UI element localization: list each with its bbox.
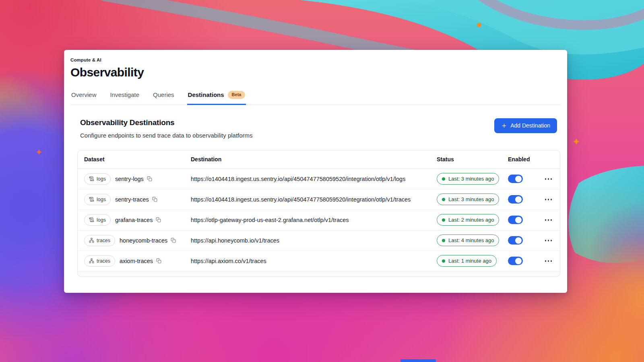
dataset-cell: logs grafana-traces [78,214,184,226]
table-row: logs grafana-traces https://otlp-gateway… [78,210,560,230]
column-header-status: Status [430,156,502,162]
tabs: Overview Investigate Queries Destination… [70,91,561,105]
destination-url: https://o1404418.ingest.us.sentry.io/api… [191,196,411,203]
copy-icon[interactable] [156,217,161,222]
toggle-knob-icon [515,196,522,203]
network-icon [89,238,94,243]
status-badge: Last: 3 minutes ago [437,193,499,205]
toggle-knob-icon [515,237,522,244]
destinations-table: Dataset Destination Status Enabled logs … [77,150,560,277]
status-text: Last: 4 minutes ago [448,237,494,243]
enabled-toggle[interactable] [508,195,523,204]
enabled-toggle[interactable] [508,216,523,224]
dataset-type-pill: traces [84,235,115,246]
status-text: Last: 3 minutes ago [448,176,494,182]
page-title: Observability [70,66,561,79]
tab-label: Destinations [188,91,224,98]
destination-url: https://o1404418.ingest.us.sentry.io/api… [191,176,405,182]
status-cell: Last: 3 minutes ago [430,173,502,185]
window-header: Compute & AI Observability Overview Inve… [64,50,567,105]
status-cell: Last: 2 minutes ago [430,214,502,226]
copy-icon[interactable] [152,197,157,202]
status-dot-icon [442,259,445,263]
tab-queries[interactable]: Queries [152,91,175,105]
beta-badge: Beta [228,91,246,99]
destination-cell: https://otlp-gateway-prod-us-east-2.graf… [184,217,430,223]
enabled-toggle[interactable] [508,175,523,183]
enabled-toggle[interactable] [508,236,523,245]
enabled-toggle[interactable] [508,257,523,265]
table-row: traces honeycomb-traces https://api.hone… [78,230,560,251]
row-menu-icon[interactable] [543,176,554,182]
dataset-type-pill: logs [84,194,111,205]
dataset-type-pill: logs [84,173,111,185]
status-dot-icon [442,198,445,201]
copy-icon[interactable] [156,258,161,263]
status-dot-icon [442,218,445,222]
dataset-name: sentry-logs [115,176,144,182]
scroll-text-icon [89,176,94,181]
dataset-name: honeycomb-traces [120,237,167,244]
enabled-cell [502,257,537,265]
enabled-cell [502,195,537,204]
column-header-dataset: Dataset [78,156,184,162]
section-header: Observability Destinations Configure end… [64,105,567,139]
row-menu-icon[interactable] [543,258,554,264]
toggle-knob-icon [515,217,522,223]
column-header-destination: Destination [184,156,430,162]
destination-cell: https://api.honeycomb.io/v1/traces [184,237,430,244]
row-menu-icon[interactable] [543,237,554,244]
status-badge: Last: 2 minutes ago [437,214,499,226]
add-destination-label: Add Destination [510,122,550,129]
destination-url: https://otlp-gateway-prod-us-east-2.graf… [191,217,349,223]
tab-destinations[interactable]: Destinations Beta [187,91,246,105]
actions-cell [537,237,560,244]
destination-url: https://api.axiom.co/v1/traces [191,258,266,264]
status-dot-icon [442,239,445,242]
copy-icon[interactable] [147,176,152,181]
toggle-knob-icon [515,176,522,182]
scroll-text-icon [89,197,94,202]
add-destination-button[interactable]: Add Destination [494,118,557,133]
table-row: logs sentry-traces https://o1404418.inge… [78,189,560,210]
section-title: Observability Destinations [80,118,253,127]
tab-label: Investigate [110,91,140,98]
table-header-row: Dataset Destination Status Enabled [78,150,560,169]
row-menu-icon[interactable] [543,196,554,203]
status-badge: Last: 4 minutes ago [437,234,499,246]
copy-icon[interactable] [171,238,176,243]
actions-cell [537,176,560,182]
status-cell: Last: 1 minute ago [430,255,502,267]
dataset-type-pill: traces [84,255,115,267]
dataset-cell: logs sentry-traces [78,194,184,205]
dataset-cell: logs sentry-logs [78,173,184,185]
section-subtitle: Configure endpoints to send trace data t… [80,132,253,139]
dataset-type-label: logs [97,217,106,223]
scroll-text-icon [89,217,94,222]
tab-overview[interactable]: Overview [70,91,97,105]
plus-icon [501,123,507,129]
status-cell: Last: 4 minutes ago [430,234,502,246]
dataset-type-pill: logs [84,214,111,226]
breadcrumb: Compute & AI [70,58,561,62]
destination-url: https://api.honeycomb.io/v1/traces [191,237,279,244]
row-menu-icon[interactable] [543,217,554,223]
dataset-name: sentry-traces [115,196,149,203]
dataset-type-label: logs [97,197,106,202]
actions-cell [537,258,560,264]
status-badge: Last: 3 minutes ago [437,173,499,185]
actions-cell [537,217,560,223]
dataset-type-label: traces [97,258,110,264]
tab-investigate[interactable]: Investigate [109,91,140,105]
tab-label: Overview [71,91,97,98]
destination-cell: https://o1404418.ingest.us.sentry.io/api… [184,196,430,203]
table-row: logs sentry-logs https://o1404418.ingest… [78,169,560,189]
network-icon [89,258,94,263]
sparkle-dot [477,23,481,27]
enabled-cell [502,216,537,224]
observability-window: Compute & AI Observability Overview Inve… [64,50,567,293]
column-header-enabled: Enabled [502,156,537,162]
enabled-cell [502,175,537,183]
table-body: logs sentry-logs https://o1404418.ingest… [78,169,560,272]
table-footer [78,272,560,276]
